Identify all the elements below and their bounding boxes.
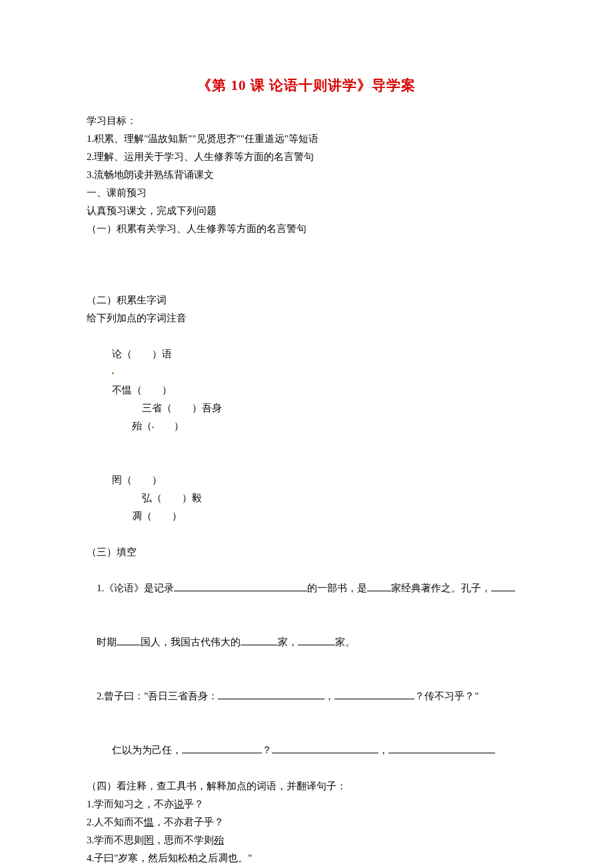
fill-blank[interactable] [182, 743, 262, 753]
fill-blank[interactable] [142, 385, 162, 395]
text: 的一部书，是 [307, 583, 367, 593]
fill-blank[interactable] [388, 743, 495, 753]
underlined-word: 殆 [214, 835, 224, 845]
text: 国人，我国古代伟大的 [141, 637, 241, 647]
heading-goals: 学习目标： [87, 112, 526, 130]
text: 仁以为为己任， [112, 745, 182, 755]
pinyin-line-1: 论（ ）语 ▪ 不愠（ ） 三省（ ）吾身 殆（▪ ） [87, 327, 526, 453]
fill-blank[interactable] [367, 581, 391, 591]
goal-item: 2.理解、运用关于学习、人生修养等方面的名言警句 [87, 148, 526, 166]
subsection-1: （一）积累有关学习、人生修养等方面的名言警句 [87, 220, 526, 238]
text: ） [172, 511, 182, 521]
text: 弘（ [142, 493, 162, 503]
text: ） [162, 385, 172, 395]
text: ） [152, 475, 162, 485]
text: 殆（ [132, 421, 152, 431]
q4-item: 1.学而知习之，不亦说乎？ [87, 795, 526, 813]
fill-blank[interactable] [272, 743, 378, 753]
fill-blank[interactable] [154, 421, 174, 431]
text: ？ [262, 745, 272, 755]
text: 时期 [97, 637, 117, 647]
fill-question-1b: 时期国人，我国古代伟大的家，家。 [87, 615, 526, 669]
text: 家。 [335, 637, 355, 647]
underlined-word: 愠 [144, 817, 154, 827]
q4-item: 4.子曰"岁寒，然后知松柏之后凋也。" [87, 849, 526, 867]
text: 三省（ [142, 403, 172, 413]
blank-space [87, 238, 526, 291]
pinyin-line-2: 罔（ ） 弘（ ）毅 凋（ ） [87, 453, 526, 543]
underlined-word: 罔 [144, 835, 154, 845]
fill-blank[interactable] [152, 511, 172, 521]
subsection-3: （三）填空 [87, 543, 526, 561]
text: 家经典著作之。孔子， [391, 583, 491, 593]
fill-question-1: 1.《论语》是记录的一部书，是家经典著作之。孔子， [87, 561, 526, 615]
dot-icon: ▪ [112, 369, 115, 376]
fill-blank[interactable] [132, 349, 152, 359]
text: 罔（ [112, 475, 132, 485]
fill-blank[interactable] [162, 493, 182, 503]
fill-blank[interactable] [174, 581, 307, 591]
text: ）语 [152, 349, 172, 359]
underlined-word: 说 [174, 799, 184, 809]
text: ）毅 [182, 493, 202, 503]
page-title: 《第 10 课 论语十则讲学》导学案 [87, 73, 526, 99]
text: 2.曾子曰："吾日三省吾身： [97, 691, 218, 701]
section-1-title: 一、课前预习 [87, 184, 526, 202]
subsection-4: （四）看注释，查工具书，解释加点的词语，并翻译句子： [87, 777, 526, 795]
fill-question-2a: 2.曾子曰："吾日三省吾身：，？传不习乎？" [87, 669, 526, 723]
text: 家， [278, 637, 298, 647]
text: ， [324, 691, 334, 701]
goal-item: 3.流畅地朗读并熟练背诵课文 [87, 166, 526, 184]
text: 论（ [112, 349, 132, 359]
text: ） [174, 421, 184, 431]
fill-blank[interactable] [132, 475, 152, 485]
fill-blank[interactable] [218, 689, 324, 699]
document-page: 《第 10 课 论语十则讲学》导学案 学习目标： 1.积累、理解"温故知新""见… [0, 0, 613, 868]
text: 不愠（ [112, 385, 142, 395]
fill-blank[interactable] [491, 581, 515, 591]
fill-blank[interactable] [298, 635, 335, 645]
text: ， [378, 745, 388, 755]
text: 凋（ [132, 511, 152, 521]
goal-item: 1.积累、理解"温故知新""见贤思齐""任重道远"等短语 [87, 130, 526, 148]
q4-item: 3.学而不思则罔，思而不学则殆 [87, 831, 526, 849]
section-1-intro: 认真预习课文，完成下列问题 [87, 202, 526, 220]
text: ）吾身 [192, 403, 222, 413]
q4-item: 2.人不知而不愠，不亦君子乎？ [87, 813, 526, 831]
text: ？传不习乎？" [414, 691, 478, 701]
subsection-2-instruction: 给下列加点的字词注音 [87, 309, 526, 327]
text: 1.《论语》是记录 [97, 583, 174, 593]
subsection-2: （二）积累生字词 [87, 291, 526, 309]
fill-blank[interactable] [117, 635, 141, 645]
fill-question-2b: 仁以为为己任，？， [87, 723, 526, 777]
fill-blank[interactable] [334, 689, 414, 699]
fill-blank[interactable] [241, 635, 278, 645]
fill-blank[interactable] [172, 403, 192, 413]
